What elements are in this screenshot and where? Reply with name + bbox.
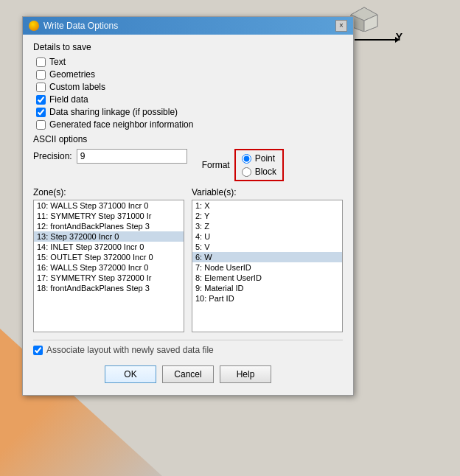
3d-cube-icon [349, 6, 379, 32]
list-item[interactable]: 18: frontAndBackPlanes Step 3 [34, 283, 184, 293]
list-item[interactable]: 9: Material ID [192, 283, 342, 293]
y-axis-arrow [355, 37, 400, 43]
list-item[interactable]: 17: SYMMETRY Step 372000 Ir [34, 273, 184, 283]
checkbox-custom-labels: Custom labels [33, 82, 343, 92]
format-point-radio[interactable] [242, 154, 251, 164]
field-data-checkbox[interactable] [36, 95, 46, 105]
list-item[interactable]: 14: INLET Step 372000 Incr 0 [34, 242, 184, 252]
list-item[interactable]: 5: V [192, 242, 342, 252]
format-point-label: Point [255, 153, 275, 164]
list-item[interactable]: 1: X [192, 200, 342, 211]
text-label: Text [49, 57, 66, 67]
list-item[interactable]: 15: OUTLET Step 372000 Incr 0 [34, 252, 184, 262]
variables-title: Variable(s): [192, 187, 343, 197]
list-item[interactable]: 16: WALLS Step 372000 Incr 0 [34, 262, 184, 273]
list-item[interactable]: 4: U [192, 231, 342, 242]
field-data-label: Field data [49, 94, 88, 105]
checkbox-geometries: Geometries [33, 69, 343, 80]
dialog-title: Write Data Options [43, 21, 118, 31]
list-item[interactable]: 6: W [192, 252, 342, 262]
close-button[interactable]: × [335, 20, 347, 32]
geometries-label: Geometries [49, 69, 95, 80]
dialog-titlebar: Write Data Options × [23, 17, 353, 35]
list-item[interactable]: 11: SYMMETRY Step 371000 Ir [34, 211, 184, 221]
face-neighbor-checkbox[interactable] [36, 120, 46, 130]
precision-input[interactable] [77, 149, 187, 164]
geometries-checkbox[interactable] [36, 70, 46, 80]
list-item[interactable]: 13: Step 372000 Incr 0 [34, 231, 184, 242]
ascii-section-label: ASCII options [33, 134, 343, 144]
checkbox-data-sharing: Data sharing linkage (if possible) [33, 107, 343, 117]
format-block-label: Block [255, 167, 276, 177]
format-point-row: Point [242, 153, 276, 164]
format-label: Format [202, 160, 230, 170]
face-neighbor-label: Generated face neighbor information [49, 119, 193, 130]
dialog-icon [29, 21, 39, 31]
list-item[interactable]: 3: Z [192, 221, 342, 231]
precision-group: Precision: [33, 149, 187, 164]
variables-listbox[interactable]: 1: X 2: Y 3: Z 4: U 5: V 6: W 7: Node Us… [192, 200, 343, 332]
text-checkbox[interactable] [36, 57, 46, 67]
format-group: Format Point Block [202, 149, 284, 181]
precision-label: Precision: [33, 151, 72, 161]
associate-label: Associate layout with newly saved data f… [46, 345, 214, 355]
zones-title: Zone(s): [33, 187, 184, 197]
format-block-radio[interactable] [242, 167, 251, 177]
checkbox-field-data: Field data [33, 94, 343, 105]
write-data-options-dialog: Write Data Options × Details to save Tex… [22, 16, 354, 396]
zones-section: Zone(s): 10: WALLS Step 371000 Incr 0 11… [33, 187, 184, 332]
ascii-section: ASCII options Precision: Format Point [33, 134, 343, 181]
data-sharing-label: Data sharing linkage (if possible) [49, 107, 178, 117]
checkbox-text: Text [33, 57, 343, 67]
data-sharing-checkbox[interactable] [36, 108, 46, 117]
list-item[interactable]: 7: Node UserID [192, 262, 342, 273]
help-button[interactable]: Help [220, 365, 271, 383]
list-item[interactable]: 12: frontAndBackPlanes Step 3 [34, 221, 184, 231]
custom-labels-checkbox[interactable] [36, 83, 46, 92]
list-item[interactable]: 8: Element UserID [192, 273, 342, 283]
variables-section: Variable(s): 1: X 2: Y 3: Z 4: U 5: V 6:… [192, 187, 343, 332]
dialog-body: Details to save Text Geometries Custom l… [23, 35, 353, 395]
list-item[interactable]: 10: WALLS Step 371000 Incr 0 [34, 200, 184, 211]
ok-button[interactable]: OK [105, 365, 156, 383]
ascii-options-row: Precision: Format Point Block [33, 149, 343, 181]
associate-row: Associate layout with newly saved data f… [33, 340, 343, 360]
zones-listbox[interactable]: 10: WALLS Step 371000 Incr 0 11: SYMMETR… [33, 200, 184, 332]
list-item[interactable]: 2: Y [192, 211, 342, 221]
button-row: OK Cancel Help [33, 360, 343, 388]
cancel-button[interactable]: Cancel [162, 365, 214, 383]
associate-checkbox[interactable] [33, 346, 43, 355]
format-block-row: Block [242, 167, 276, 177]
lists-container: Zone(s): 10: WALLS Step 371000 Incr 0 11… [33, 187, 343, 332]
list-item[interactable]: 10: Part ID [192, 293, 342, 304]
checkbox-face-neighbor: Generated face neighbor information [33, 119, 343, 130]
details-section-label: Details to save [33, 42, 343, 52]
format-radio-group: Point Block [234, 149, 284, 181]
custom-labels-label: Custom labels [49, 82, 105, 92]
